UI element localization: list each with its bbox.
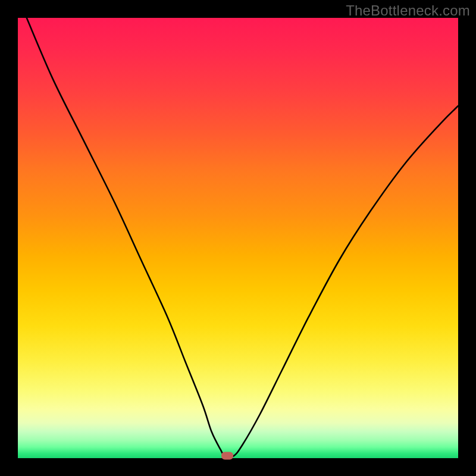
chart-frame: TheBottleneck.com	[0, 0, 476, 476]
attribution-text: TheBottleneck.com	[346, 2, 470, 19]
curve-svg	[18, 18, 458, 458]
min-marker	[221, 452, 233, 460]
bottleneck-curve	[27, 18, 458, 457]
plot-area	[18, 18, 458, 458]
